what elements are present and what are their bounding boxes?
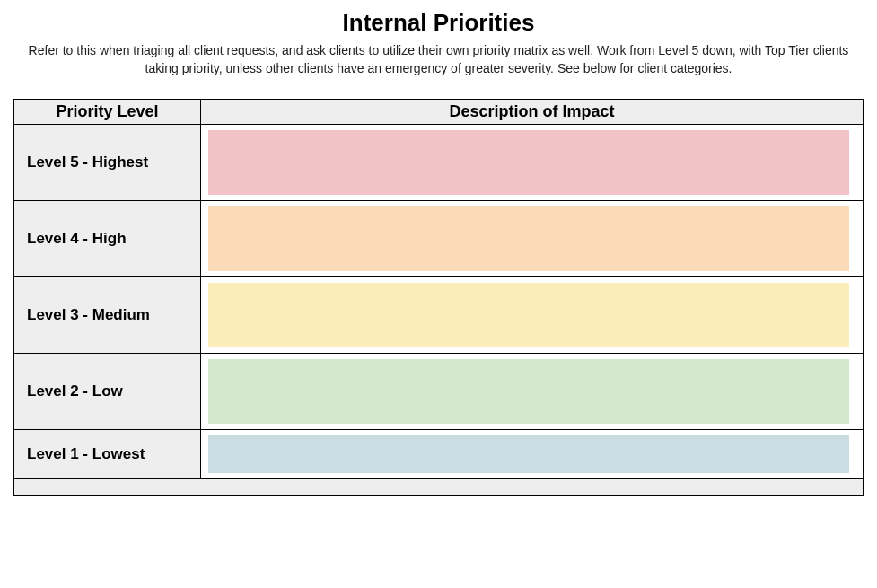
priority-description-cell [201,430,864,479]
page-title: Internal Priorities [13,9,864,37]
priority-level-cell: Level 4 - High [14,201,201,277]
table-footer-cell [14,479,864,496]
table-row: Level 3 - Medium [14,277,864,354]
table-footer-row [14,479,864,496]
priority-description-block [208,435,849,473]
header-description: Description of Impact [201,100,864,125]
priority-matrix-table: Priority Level Description of Impact Lev… [13,99,864,496]
priority-level-cell: Level 1 - Lowest [14,430,201,479]
header-priority-level: Priority Level [14,100,201,125]
priority-level-cell: Level 3 - Medium [14,277,201,354]
priority-description-block [208,359,849,424]
priority-description-cell [201,354,864,430]
priority-description-cell [201,125,864,201]
priority-level-cell: Level 2 - Low [14,354,201,430]
priority-description-block [208,206,849,271]
table-row: Level 1 - Lowest [14,430,864,479]
priority-level-cell: Level 5 - Highest [14,125,201,201]
table-row: Level 5 - Highest [14,125,864,201]
table-header-row: Priority Level Description of Impact [14,100,864,125]
page-subtitle: Refer to this when triaging all client r… [13,42,864,77]
priority-description-cell [201,201,864,277]
priority-description-cell [201,277,864,354]
table-row: Level 2 - Low [14,354,864,430]
priority-description-block [208,130,849,195]
table-row: Level 4 - High [14,201,864,277]
priority-description-block [208,283,849,347]
